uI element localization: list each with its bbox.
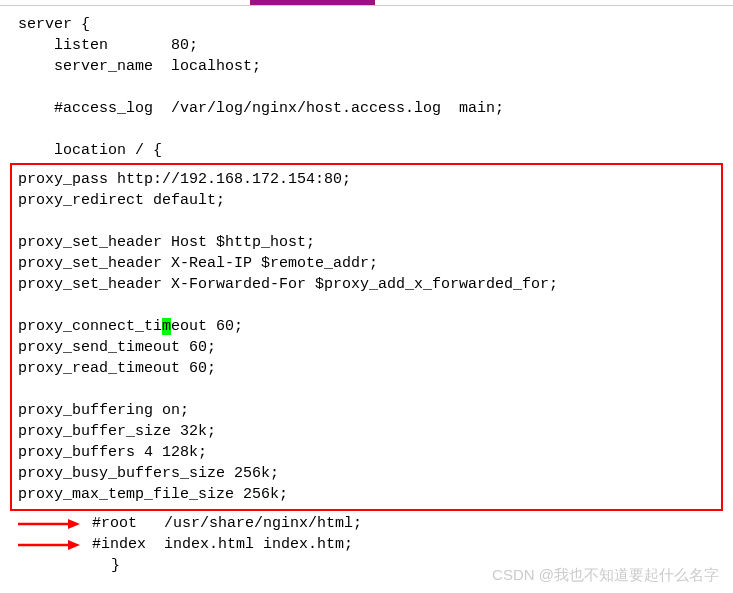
code-text: proxy_connect_ti bbox=[18, 318, 162, 335]
annotated-code-line: #root /usr/share/nginx/html; bbox=[92, 513, 733, 534]
code-line: #root /usr/share/nginx/html; bbox=[92, 513, 733, 534]
code-line: server { bbox=[0, 14, 733, 35]
config-text: server { listen 80; server_name localhos… bbox=[0, 6, 733, 576]
code-line: proxy_set_header X-Forwarded-For $proxy_… bbox=[16, 274, 721, 295]
code-line: proxy_buffers 4 128k; bbox=[16, 442, 721, 463]
code-line bbox=[0, 77, 733, 98]
code-line bbox=[16, 379, 721, 400]
code-line: proxy_set_header Host $http_host; bbox=[16, 232, 721, 253]
code-line: server_name localhost; bbox=[0, 56, 733, 77]
code-line bbox=[0, 119, 733, 140]
arrow-icon bbox=[18, 519, 80, 529]
code-line bbox=[16, 295, 721, 316]
closing-brace: } bbox=[0, 555, 733, 576]
code-line: proxy_send_timeout 60; bbox=[16, 337, 721, 358]
code-line: proxy_buffer_size 32k; bbox=[16, 421, 721, 442]
proxy-config-before: proxy_pass http://192.168.172.154:80;pro… bbox=[16, 169, 721, 316]
code-line bbox=[16, 211, 721, 232]
code-line: location / { bbox=[0, 140, 733, 161]
code-line: proxy_read_timeout 60; bbox=[16, 358, 721, 379]
code-text: eout 60; bbox=[171, 318, 243, 335]
code-line: #index index.html index.htm; bbox=[92, 534, 733, 555]
highlighted-config-box: proxy_pass http://192.168.172.154:80;pro… bbox=[10, 163, 723, 511]
code-line: #access_log /var/log/nginx/host.access.l… bbox=[0, 98, 733, 119]
code-line: listen 80; bbox=[0, 35, 733, 56]
svg-marker-3 bbox=[68, 540, 80, 550]
code-line: proxy_pass http://192.168.172.154:80; bbox=[16, 169, 721, 190]
code-line: proxy_busy_buffers_size 256k; bbox=[16, 463, 721, 484]
code-line: proxy_redirect default; bbox=[16, 190, 721, 211]
cursor-highlight: m bbox=[162, 318, 171, 335]
proxy-config-after: proxy_send_timeout 60;proxy_read_timeout… bbox=[16, 337, 721, 505]
svg-marker-1 bbox=[68, 519, 80, 529]
arrow-icon bbox=[18, 540, 80, 550]
code-line: proxy_buffering on; bbox=[16, 400, 721, 421]
active-tab-indicator bbox=[250, 0, 375, 5]
code-line: proxy_set_header X-Real-IP $remote_addr; bbox=[16, 253, 721, 274]
annotated-code-line: #index index.html index.htm; bbox=[92, 534, 733, 555]
commented-root-index-block: #root /usr/share/nginx/html;#index index… bbox=[0, 513, 733, 555]
proxy-connect-timeout-line: proxy_connect_timeout 60; bbox=[16, 316, 721, 337]
config-header-block: server { listen 80; server_name localhos… bbox=[0, 14, 733, 161]
code-line: proxy_max_temp_file_size 256k; bbox=[16, 484, 721, 505]
